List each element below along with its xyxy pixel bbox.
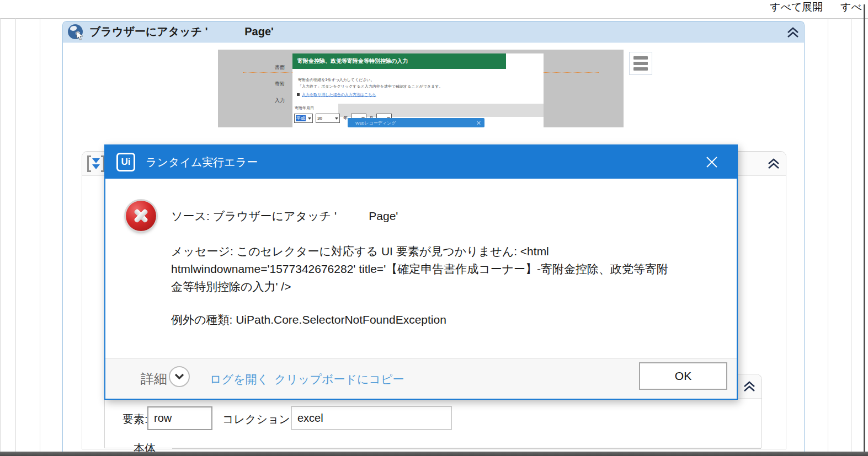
mini-page-text: 寄附金の明細を1件ずつ入力してください。 <box>298 77 375 83</box>
collapse-all-button[interactable]: すべ <box>840 0 862 14</box>
copy-clipboard-link[interactable]: クリップボードにコピー <box>274 372 404 387</box>
thumb-dotted-line <box>544 72 599 73</box>
workflow-canvas: すべて展開 すべ ブラウザーにアタッチ ' Page' 書面 寄附 入力 <box>0 0 868 456</box>
canvas-guide-line <box>851 18 851 452</box>
attach-browser-title: ブラウザーにアタッチ ' Page' <box>89 24 274 39</box>
mini-era-select: 平成 <box>294 114 313 123</box>
item-field-label: 要素: <box>123 412 148 427</box>
details-expand-button[interactable] <box>169 366 190 387</box>
canvas-guide-line <box>828 18 828 452</box>
thumb-mini-page: 寄附金控除、政党等寄附金等特別控除の入力 寄附金の明細を1件ずつ入力してください… <box>292 53 544 127</box>
open-log-link[interactable]: ログを開く <box>210 372 269 387</box>
collection-field-input[interactable] <box>291 406 452 430</box>
mini-page-text: 「入力終了」ボタンをクリックすると入力内容を途中で確認することができます。 <box>298 84 443 89</box>
details-label: 詳細 <box>141 370 167 388</box>
dialog-title: ランタイム実行エラー <box>146 155 258 170</box>
attach-browser-header[interactable]: ブラウザーにアタッチ ' Page' <box>63 22 804 42</box>
mini-recording-label: Webレコーディング <box>355 120 396 126</box>
uipath-logo: Ui <box>116 153 135 171</box>
mini-page-title: 寄附金控除、政党等寄附金等特別控除の入力 <box>292 53 506 69</box>
canvas-guide-line <box>0 18 1 452</box>
add-to-collection-icon <box>86 155 106 173</box>
mini-unit-year: 年 <box>343 115 348 121</box>
collection-field-label: コレクション: <box>222 412 293 427</box>
expand-all-button[interactable]: すべて展開 <box>770 0 823 14</box>
browser-globe-icon <box>68 24 83 39</box>
thumb-margin-label: 寄附 <box>275 81 285 88</box>
hamburger-icon <box>633 56 648 60</box>
ok-button[interactable]: OK <box>639 362 727 390</box>
close-icon[interactable] <box>702 153 721 171</box>
mini-recording-toolbar: Webレコーディング <box>348 118 484 127</box>
item-field-input[interactable] <box>147 406 212 430</box>
thumb-margin-label: 入力 <box>275 97 285 104</box>
canvas-guide-line <box>15 18 16 452</box>
mini-page-link: 入力を取り消した場合の入力方法はこちら <box>302 92 376 98</box>
error-message-text: メッセージ: このセレクターに対応する UI 要素が見つかりません: <html… <box>171 243 728 296</box>
mini-link-bullet <box>297 93 300 96</box>
selector-screenshot-thumbnail: 書面 寄附 入力 寄附金控除、政党等寄附金等特別控除の入力 寄附金の明細を1件ず… <box>218 50 624 127</box>
chevron-down-icon <box>174 373 184 380</box>
hamburger-menu-button[interactable] <box>629 52 652 75</box>
error-exception-text: 例外の種類: UiPath.Core.SelectorNotFoundExcep… <box>171 312 446 328</box>
body-section-line <box>172 448 761 449</box>
canvas-guide-line <box>40 18 40 452</box>
panel-splitter[interactable] <box>864 4 865 456</box>
canvas-top-line <box>0 18 868 19</box>
bottom-window-edge <box>0 452 868 456</box>
mini-year-select: 30 <box>316 114 340 123</box>
error-source-text: ソース: ブラウザーにアタッチ ' Page' <box>171 208 398 224</box>
mini-close-icon <box>477 121 481 125</box>
collapse-chevron-icon[interactable] <box>786 26 800 39</box>
mini-date-label: 寄附年月日 <box>295 105 314 111</box>
error-icon <box>126 201 156 231</box>
thumb-margin-label: 書面 <box>275 64 285 71</box>
runtime-error-dialog: Ui ランタイム実行エラー ソース: ブラウザーにアタッチ ' Page' メッ… <box>104 144 738 400</box>
dialog-footer: 詳細 ログを開く クリップボードにコピー OK <box>105 358 737 399</box>
dialog-titlebar[interactable]: Ui ランタイム実行エラー <box>105 146 737 179</box>
collapse-chevron-icon[interactable] <box>766 157 781 170</box>
thumb-dotted-line <box>243 72 292 73</box>
cursor-icon <box>76 31 85 41</box>
collapse-chevron-icon[interactable] <box>742 380 757 393</box>
